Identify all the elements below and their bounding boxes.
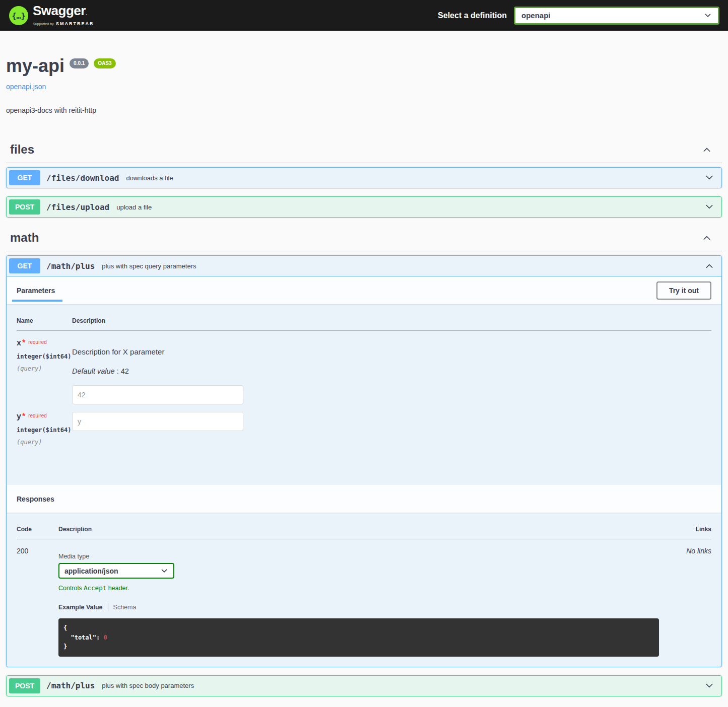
opblock-summary[interactable]: POST /math/plus plus with spec body para…	[7, 676, 721, 696]
param-row-x: x*required integer($int64) (query) Descr…	[17, 331, 711, 405]
definition-select-value: openapi	[521, 11, 551, 20]
param-y-input[interactable]	[72, 412, 243, 431]
swagger-ui-main: my-api 0.0.1 OAS3 openapi.json openapi3-…	[0, 55, 728, 707]
endpoint-summary: upload a file	[116, 203, 152, 211]
svg-text:{…}: {…}	[12, 11, 25, 20]
collapse-tag-button[interactable]	[702, 233, 712, 243]
tag-header-files[interactable]: files	[6, 137, 722, 163]
json-brace-close: }	[63, 643, 67, 650]
endpoint-path: /math/plus	[46, 681, 95, 690]
responses-links-header: Links	[666, 521, 711, 539]
definition-select[interactable]: openapi	[514, 7, 719, 25]
param-name: x	[17, 338, 21, 347]
param-row-y: y*required integer($int64) (query)	[17, 404, 711, 446]
responses-description-header: Description	[58, 521, 666, 539]
json-key: "total":	[63, 634, 103, 641]
swagger-logo-icon: {…}	[9, 6, 29, 26]
default-value-text: : 42	[115, 367, 129, 375]
swagger-logo-text-block: Swagger. Supported by SMARTBEAR	[33, 4, 94, 27]
param-default-value: Default value : 42	[72, 367, 711, 375]
responses-title: Responses	[17, 495, 54, 503]
endpoint-path: /math/plus	[46, 261, 95, 271]
swagger-logo[interactable]: {…} Swagger. Supported by SMARTBEAR	[9, 4, 94, 27]
expand-operation-button[interactable]	[700, 173, 719, 183]
accept-note-header-name: Accept	[84, 584, 106, 592]
smartbear-text: SMARTBEAR	[56, 21, 94, 26]
expand-operation-button[interactable]	[700, 681, 719, 691]
param-type: integer($int64)	[17, 353, 72, 360]
endpoint-summary: downloads a file	[126, 174, 173, 182]
param-name: y	[17, 412, 21, 420]
response-links-cell: No links	[666, 539, 711, 657]
param-name-cell: y*required integer($int64) (query)	[17, 404, 72, 446]
responses-section-header: Responses	[7, 485, 721, 513]
swagger-logo-mark: .	[86, 9, 87, 17]
param-type: integer($int64)	[17, 427, 72, 434]
opblock-summary[interactable]: GET /math/plus plus with spec query para…	[7, 256, 721, 276]
method-badge: POST	[9, 199, 40, 215]
required-label: required	[28, 339, 47, 345]
accept-note-prefix: Controls	[58, 585, 84, 592]
smartbear-attribution: Supported by SMARTBEAR	[33, 19, 94, 27]
example-json-block: { "total": 0 }	[58, 618, 659, 657]
tab-parameters[interactable]: Parameters	[17, 287, 55, 295]
collapse-operation-button[interactable]	[700, 261, 719, 271]
opblock-get-files-download: GET /files/download downloads a file	[6, 167, 722, 188]
opblock-post-files-upload: POST /files/upload upload a file	[6, 196, 722, 218]
endpoint-path: /files/download	[46, 173, 119, 183]
tag-header-math[interactable]: math	[6, 226, 722, 251]
chevron-down-icon	[704, 173, 714, 183]
expand-operation-button[interactable]	[700, 202, 719, 212]
param-x-input[interactable]	[72, 385, 243, 404]
tab-example-value[interactable]: Example Value	[58, 604, 103, 611]
opblock-summary[interactable]: POST /files/upload upload a file	[7, 197, 721, 217]
parameters-container: Name Description x*required integer($int…	[7, 304, 721, 485]
parameters-description-header: Description	[72, 312, 711, 331]
media-type-label: Media type	[58, 553, 666, 560]
controls-accept-header-note: Controls Accept header.	[58, 584, 666, 592]
response-status-code: 200	[17, 547, 58, 555]
param-description: Description for X parameter	[72, 347, 711, 356]
collapse-tag-button[interactable]	[702, 145, 712, 155]
chevron-down-icon	[160, 567, 168, 575]
method-badge: GET	[9, 258, 40, 273]
responses-table: Code Description Links 200 Media type	[17, 521, 711, 657]
swagger-logo-text: Swagger	[33, 3, 86, 18]
tag-section-math: math GET /math/plus plus with spec query…	[6, 226, 722, 696]
oas3-badge: OAS3	[94, 58, 115, 68]
param-name-cell: x*required integer($int64) (query)	[17, 331, 72, 405]
supported-by-text: Supported by	[33, 22, 54, 26]
opblock-post-math-plus: POST /math/plus plus with spec body para…	[6, 675, 722, 696]
try-it-out-button[interactable]: Try it out	[656, 281, 711, 300]
param-location: (query)	[17, 439, 72, 446]
tabs-divider	[108, 603, 108, 611]
tab-schema[interactable]: Schema	[113, 604, 137, 611]
api-description: openapi3-docs with reitit-http	[6, 106, 722, 114]
parameters-table: Name Description x*required integer($int…	[17, 312, 711, 446]
accept-note-suffix: header.	[106, 585, 129, 592]
api-title: my-api 0.0.1 OAS3	[6, 55, 722, 77]
example-schema-tabs: Example Value Schema	[58, 603, 666, 611]
param-location: (query)	[17, 365, 72, 372]
param-description-cell: Description for X parameter Default valu…	[72, 331, 711, 405]
definition-select-area: Select a definition openapi	[438, 7, 719, 25]
default-value-label: Default value	[72, 367, 115, 375]
api-info: my-api 0.0.1 OAS3 openapi.json openapi3-…	[6, 55, 722, 114]
chevron-down-icon	[704, 12, 712, 20]
endpoint-summary: plus with spec query parameters	[102, 262, 196, 270]
opblock-get-math-plus: GET /math/plus plus with spec query para…	[6, 255, 722, 667]
parameters-section-header: Parameters Try it out	[7, 276, 721, 304]
chevron-up-icon	[704, 261, 714, 271]
opblock-summary[interactable]: GET /files/download downloads a file	[7, 168, 721, 188]
endpoint-summary: plus with spec body parameters	[102, 682, 194, 689]
chevron-up-icon	[702, 233, 712, 243]
required-asterisk: *	[22, 412, 25, 420]
media-type-select[interactable]: application/json	[58, 563, 174, 579]
responses-container: Code Description Links 200 Media type	[7, 513, 721, 667]
required-label: required	[28, 413, 47, 418]
parameters-name-header: Name	[17, 312, 72, 331]
method-badge: POST	[9, 678, 40, 693]
method-badge: GET	[9, 170, 40, 185]
spec-link[interactable]: openapi.json	[6, 83, 46, 91]
response-description-cell: Media type application/json Controls Acc…	[58, 539, 666, 657]
